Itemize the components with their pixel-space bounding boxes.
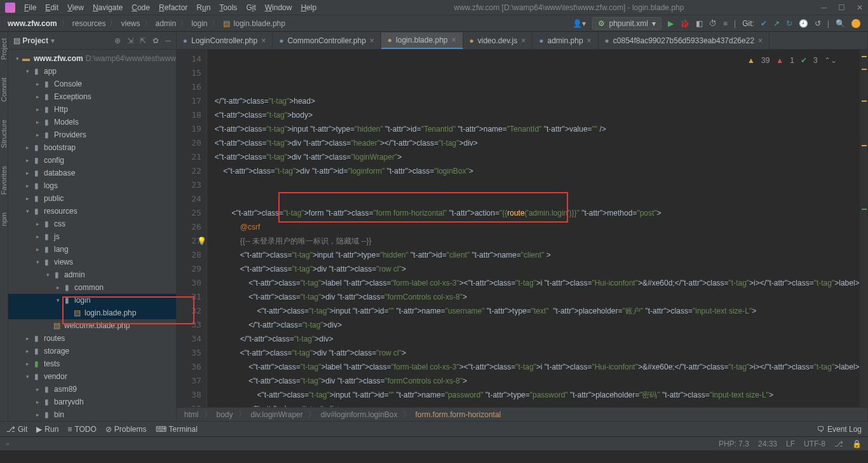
bc[interactable]: form.form.form-horizontal — [416, 410, 501, 419]
window-close[interactable]: ✕ — [857, 3, 863, 12]
git-revert-button[interactable]: ↺ — [815, 19, 821, 28]
git-history-button[interactable]: 🕘 — [799, 19, 808, 28]
editor-tab[interactable]: ●LoginController.php× — [177, 32, 273, 49]
tree-folder[interactable]: ▸▮css — [8, 218, 176, 230]
user-icon[interactable]: 👤▾ — [573, 19, 586, 28]
editor-breadcrumb[interactable]: html〉 body〉 div.loginWraper〉 div#loginfo… — [177, 407, 867, 421]
menu-navigate[interactable]: Navigate — [93, 3, 123, 12]
editor-tab[interactable]: ●CommonController.php× — [273, 32, 381, 49]
status-lineend[interactable]: LF — [786, 439, 795, 448]
bc[interactable]: html — [184, 410, 199, 419]
tool-git[interactable]: ⎇ Git — [6, 425, 27, 434]
tree-folder[interactable]: ▸▮config — [8, 154, 176, 167]
tree-folder[interactable]: ▸▮bin — [8, 408, 176, 421]
coverage-button[interactable]: ◧ — [696, 19, 703, 28]
tree-folder[interactable]: ▸▮logs — [8, 179, 176, 192]
line-gutter[interactable]: 14 15 16 17 18 19 20 21 22 23 24 25 26 2… — [177, 50, 207, 407]
status-lock[interactable]: 🔒 — [852, 439, 862, 448]
status-php[interactable]: PHP: 7.3 — [719, 439, 749, 448]
menu-help[interactable]: Help — [301, 3, 316, 12]
editor-tab[interactable]: ●video.dev.js× — [463, 32, 533, 49]
close-icon[interactable]: × — [261, 36, 266, 45]
intention-bulb[interactable]: 💡 — [197, 234, 207, 248]
menu-refactor[interactable]: Refactor — [159, 3, 187, 12]
bc[interactable]: div.loginWraper — [251, 410, 303, 419]
chevron-icon[interactable]: ⌃⌄ — [824, 53, 837, 67]
crumb[interactable]: admin — [156, 19, 177, 28]
inspections-widget[interactable]: ▲39 ▲1 ✔3 ⌃⌄ — [747, 53, 837, 67]
run-button[interactable]: ▶ — [668, 19, 674, 28]
git-commit-button[interactable]: ✔ — [761, 19, 767, 28]
bc[interactable]: body — [217, 410, 233, 419]
menu-tools[interactable]: Tools — [219, 3, 237, 12]
tree-folder[interactable]: ▸▮public — [8, 192, 176, 205]
search-button[interactable]: 🔍 — [836, 19, 845, 28]
settings-icon[interactable]: ✿ — [153, 36, 159, 45]
crumb[interactable]: resources — [72, 19, 106, 28]
tool-todo[interactable]: ≡ TODO — [67, 425, 96, 434]
profile-button[interactable]: ⏱ — [709, 19, 717, 28]
tree-folder[interactable]: ▸▮asm89 — [8, 383, 176, 396]
crumb[interactable]: login — [191, 19, 207, 28]
tree-folder[interactable]: ▸▮bootstrap — [8, 141, 176, 154]
tool-problems[interactable]: ⊘ Problems — [105, 425, 147, 434]
menu-code[interactable]: Code — [132, 3, 150, 12]
tree-folder[interactable]: ▸▮routes — [8, 332, 176, 345]
code-editor[interactable]: ▲39 ▲1 ✔3 ⌃⌄ </"t-attr">class="t-tag">he… — [207, 50, 860, 407]
hide-icon[interactable]: ─ — [165, 36, 171, 45]
crumb-file[interactable]: login.blade.php — [234, 19, 285, 28]
tool-favorites[interactable]: Favorites — [0, 166, 8, 195]
editor-tab[interactable]: ●c0854f8ac99027b56d5933eab437d26e22× — [599, 32, 770, 49]
settings-button[interactable] — [851, 19, 860, 28]
window-maximize[interactable]: ☐ — [838, 3, 845, 12]
tree-folder[interactable]: ▸▮Exceptions — [8, 90, 176, 103]
tree-folder[interactable]: ▸▮tests — [8, 357, 176, 370]
tree-folder[interactable]: ▸▮Http — [8, 103, 176, 116]
tree-folder[interactable]: ▸▮js — [8, 230, 176, 243]
git-update-button[interactable]: ↻ — [786, 19, 792, 28]
close-icon[interactable]: × — [452, 36, 456, 45]
tree-folder[interactable]: ▸▮database — [8, 167, 176, 179]
tree-folder[interactable]: ▸▮Console — [8, 78, 176, 90]
project-tree[interactable]: ▾▬www.zfw.com D:\wamp64\www\test\www▾▮ap… — [8, 50, 176, 421]
chevron-down-icon[interactable]: ▾ — [51, 36, 55, 45]
collapse-icon[interactable]: ⇱ — [140, 36, 146, 45]
debug-button[interactable]: 🐞 — [680, 19, 689, 28]
tool-structure[interactable]: Structure — [0, 120, 8, 148]
tree-root[interactable]: ▾▬www.zfw.com D:\wamp64\www\test\www — [8, 52, 176, 65]
breadcrumb-path[interactable]: www.zfw.com〉 resources〉 views〉 admin〉 lo… — [8, 18, 285, 29]
tree-file[interactable]: ▤login.blade.php — [8, 307, 176, 319]
status-branch[interactable]: ⎇ — [834, 439, 843, 448]
stop-button[interactable]: ■ — [723, 19, 728, 28]
tree-folder[interactable]: ▸▮Models — [8, 116, 176, 128]
menu-run[interactable]: Run — [196, 3, 210, 12]
menu-git[interactable]: Git — [246, 3, 255, 12]
locate-icon[interactable]: ⊕ — [114, 36, 121, 45]
editor-tab[interactable]: ●admin.php× — [532, 32, 598, 49]
close-icon[interactable]: × — [521, 36, 526, 45]
menu-view[interactable]: View — [67, 3, 84, 12]
close-icon[interactable]: × — [370, 36, 374, 45]
tree-folder[interactable]: ▾▮app — [8, 65, 176, 78]
tree-folder[interactable]: ▾▮admin — [8, 268, 176, 281]
menu-edit[interactable]: Edit — [45, 3, 58, 12]
tree-folder[interactable]: ▾▮views — [8, 256, 176, 268]
status-charset[interactable]: UTF-8 — [804, 439, 825, 448]
event-log[interactable]: 🗨 Event Log — [817, 425, 862, 434]
close-icon[interactable]: × — [758, 36, 763, 45]
tree-file[interactable]: ▤welcome.blade.php — [8, 319, 176, 332]
window-minimize[interactable]: ─ — [821, 3, 827, 12]
tool-terminal[interactable]: ⌨ Terminal — [156, 425, 198, 434]
git-push-button[interactable]: ↗ — [773, 19, 780, 28]
error-stripe[interactable] — [860, 50, 867, 407]
menu-file[interactable]: File — [24, 3, 36, 12]
run-config-dropdown[interactable]: ⚙ phpunit.xml ▾ — [592, 17, 661, 30]
menu-window[interactable]: Window — [265, 3, 292, 12]
tree-folder[interactable]: ▾▮resources — [8, 205, 176, 218]
crumb[interactable]: views — [121, 19, 140, 28]
tool-commit[interactable]: Commit — [0, 78, 8, 102]
bc[interactable]: div#loginform.loginBox — [321, 410, 398, 419]
crumb-root[interactable]: www.zfw.com — [8, 19, 57, 28]
tree-folder[interactable]: ▸▮Providers — [8, 128, 176, 141]
tool-run[interactable]: ▶ Run — [36, 425, 58, 434]
